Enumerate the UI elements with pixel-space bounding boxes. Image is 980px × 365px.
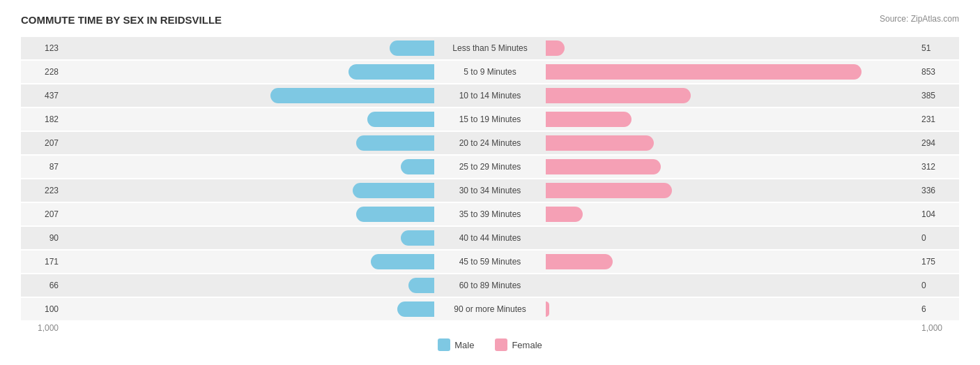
- source-label: Source: ZipAtlas.com: [880, 14, 959, 24]
- male-bar: [390, 40, 434, 56]
- male-value: 87: [21, 162, 63, 172]
- female-value: 104: [917, 209, 959, 219]
- bar-row: 207 20 to 24 Minutes 294: [21, 132, 959, 154]
- male-bar: [408, 278, 434, 293]
- male-bar: [270, 88, 434, 103]
- male-bar: [401, 159, 434, 174]
- female-value: 0: [917, 233, 959, 243]
- legend-male: Male: [438, 338, 474, 351]
- female-value: 231: [917, 114, 959, 124]
- female-value: 175: [917, 257, 959, 267]
- male-bar: [371, 254, 434, 269]
- chart-title: COMMUTE TIME BY SEX IN REIDSVILLE: [21, 14, 222, 26]
- axis-right-label: 1,000: [917, 323, 959, 333]
- male-value: 66: [21, 281, 63, 290]
- bar-label: 30 to 34 Minutes: [434, 186, 546, 195]
- bar-label: Less than 5 Minutes: [434, 43, 546, 53]
- bars-left: 30 to 34 Minutes: [63, 179, 917, 202]
- legend-male-box: [438, 338, 450, 351]
- bar-row: 223 30 to 34 Minutes 336: [21, 179, 959, 202]
- male-value: 90: [21, 233, 63, 243]
- legend: Male Female: [21, 338, 959, 351]
- bar-label: 25 to 29 Minutes: [434, 162, 546, 172]
- female-bar: [546, 135, 654, 151]
- bars-left: 60 to 89 Minutes: [63, 274, 917, 297]
- male-value: 207: [21, 209, 63, 219]
- bars-left: 25 to 29 Minutes: [63, 156, 917, 178]
- female-value: 853: [917, 67, 959, 77]
- bar-label: 15 to 19 Minutes: [434, 114, 546, 124]
- bars-left: 35 to 39 Minutes: [63, 203, 917, 225]
- female-bar: [546, 64, 862, 80]
- male-value: 223: [21, 186, 63, 195]
- bar-row: 228 5 to 9 Minutes 853: [21, 61, 959, 83]
- bars-left: 45 to 59 Minutes: [63, 251, 917, 273]
- male-value: 100: [21, 304, 63, 314]
- legend-male-label: Male: [454, 340, 474, 350]
- axis-left-label: 1,000: [21, 323, 63, 333]
- female-value: 294: [917, 138, 959, 148]
- female-value: 312: [917, 162, 959, 172]
- chart-area: 123 Less than 5 Minutes 51 228 5 to 9 Mi…: [21, 37, 959, 320]
- bar-row: 90 40 to 44 Minutes 0: [21, 227, 959, 249]
- bars-left: 90 or more Minutes: [63, 298, 917, 320]
- bars-left: 10 to 14 Minutes: [63, 84, 917, 107]
- male-bar: [356, 207, 434, 222]
- female-value: 336: [917, 186, 959, 195]
- female-bar: [546, 254, 613, 269]
- bar-label: 60 to 89 Minutes: [434, 281, 546, 290]
- bar-row: 437 10 to 14 Minutes 385: [21, 84, 959, 107]
- legend-female: Female: [495, 338, 542, 351]
- male-value: 171: [21, 257, 63, 267]
- bar-row: 66 60 to 89 Minutes 0: [21, 274, 959, 297]
- male-bar: [353, 183, 434, 198]
- bars-left: 40 to 44 Minutes: [63, 227, 917, 249]
- male-value: 123: [21, 43, 63, 53]
- bar-label: 10 to 14 Minutes: [434, 91, 546, 100]
- male-bar: [356, 135, 434, 151]
- bars-left: 15 to 19 Minutes: [63, 108, 917, 131]
- female-value: 385: [917, 91, 959, 100]
- female-bar: [546, 112, 631, 127]
- female-bar: [546, 40, 565, 56]
- bar-label: 5 to 9 Minutes: [434, 67, 546, 77]
- male-value: 228: [21, 67, 63, 77]
- bar-row: 87 25 to 29 Minutes 312: [21, 156, 959, 178]
- legend-female-label: Female: [512, 340, 542, 350]
- male-value: 207: [21, 138, 63, 148]
- male-bar: [349, 64, 434, 80]
- male-bar: [397, 301, 434, 317]
- female-value: 6: [917, 304, 959, 314]
- bar-row: 182 15 to 19 Minutes 231: [21, 108, 959, 131]
- legend-female-box: [495, 338, 507, 351]
- bar-row: 100 90 or more Minutes 6: [21, 298, 959, 320]
- female-value: 0: [917, 281, 959, 290]
- male-bar: [401, 230, 434, 246]
- female-bar: [546, 301, 549, 317]
- bar-label: 40 to 44 Minutes: [434, 233, 546, 243]
- female-value: 51: [917, 43, 959, 53]
- female-bar: [546, 159, 661, 174]
- bar-row: 171 45 to 59 Minutes 175: [21, 251, 959, 273]
- male-value: 182: [21, 114, 63, 124]
- bar-label: 35 to 39 Minutes: [434, 209, 546, 219]
- female-bar: [546, 207, 583, 222]
- bar-label: 90 or more Minutes: [434, 304, 546, 314]
- male-value: 437: [21, 91, 63, 100]
- male-bar: [367, 112, 434, 127]
- bar-row: 207 35 to 39 Minutes 104: [21, 203, 959, 225]
- female-bar: [546, 88, 691, 103]
- bar-label: 45 to 59 Minutes: [434, 257, 546, 267]
- bar-row: 123 Less than 5 Minutes 51: [21, 37, 959, 59]
- axis-row: 1,000 1,000: [21, 323, 959, 333]
- bars-left: 5 to 9 Minutes: [63, 61, 917, 83]
- bars-left: 20 to 24 Minutes: [63, 132, 917, 154]
- female-bar: [546, 183, 672, 198]
- bars-left: Less than 5 Minutes: [63, 37, 917, 59]
- bar-label: 20 to 24 Minutes: [434, 138, 546, 148]
